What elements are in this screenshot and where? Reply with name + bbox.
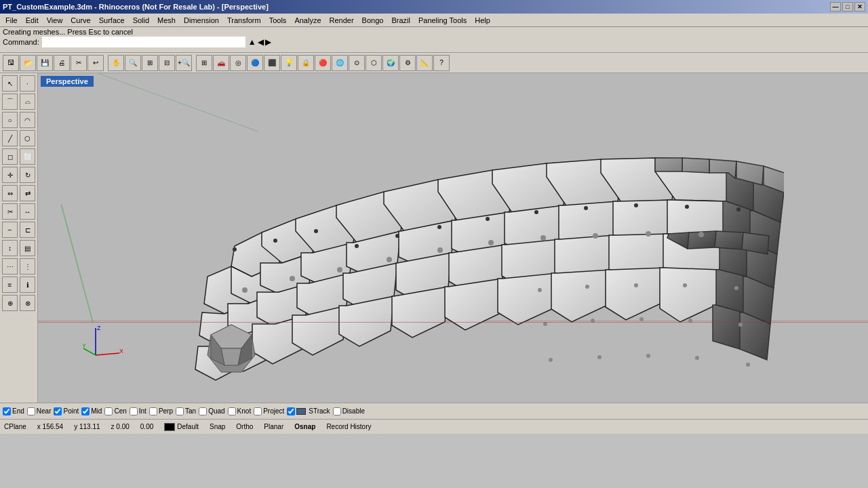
tb-box[interactable]: ⬛ [264,55,280,71]
snap-near-checkbox[interactable] [27,407,35,415]
snap-perp[interactable]: Perp [149,407,173,415]
sb-line[interactable]: ╱ [2,130,18,146]
sb-box[interactable]: ⬜ [20,148,35,165]
snap-project-checkbox[interactable] [254,407,262,415]
sb-curve[interactable]: ⌒ [2,94,18,110]
tb-globe[interactable]: 🌍 [382,55,399,71]
menu-mesh[interactable]: Mesh [153,16,180,25]
tb-new[interactable]: 🖫 [3,55,19,71]
sb-snap2[interactable]: ⊗ [20,295,35,311]
menu-render[interactable]: Render [326,16,358,25]
tb-snapto[interactable]: 📐 [416,55,433,71]
sb-mirror[interactable]: ⇄ [20,185,35,201]
sb-dim[interactable]: ↕ [2,240,18,256]
close-button[interactable]: ✕ [854,2,865,12]
sb-trim[interactable]: ✂ [2,203,18,220]
menu-tools[interactable]: Tools [265,16,291,25]
tb-zoomwin[interactable]: ⊟ [159,55,175,71]
tb-zoomin[interactable]: +🔍 [176,55,192,71]
tb-grid[interactable]: ⊞ [196,55,212,71]
command-input[interactable] [42,37,245,47]
maximize-button[interactable]: □ [842,2,853,12]
snap-near[interactable]: Near [27,407,52,415]
tb-car[interactable]: 🚗 [213,55,229,71]
menu-surface[interactable]: Surface [95,16,129,25]
tb-cut[interactable]: ✂ [71,55,87,71]
sb-curve2[interactable]: ⌓ [20,94,35,110]
menu-view[interactable]: View [43,16,67,25]
menu-paneling-tools[interactable]: Paneling Tools [414,16,471,25]
tb-open[interactable]: 📂 [20,55,36,71]
sb-arc[interactable]: ◠ [20,112,35,128]
tb-save[interactable]: 💾 [37,55,53,71]
snap-point[interactable]: Point [54,407,79,415]
menu-file[interactable]: File [1,16,22,25]
sb-offset[interactable]: ⊏ [20,222,35,238]
snap-perp-checkbox[interactable] [149,407,157,415]
viewport[interactable]: Perspective [38,73,868,403]
ortho-status[interactable]: Ortho [236,423,253,430]
sb-snap[interactable]: ⊕ [2,295,18,311]
tb-plane[interactable]: ⊙ [349,55,365,71]
menu-brazil[interactable]: Brazil [387,16,414,25]
snap-cen-checkbox[interactable] [104,407,113,415]
sb-poly[interactable]: ⬡ [20,130,35,146]
tb-zoomext[interactable]: ⊞ [142,55,158,71]
snap-project[interactable]: Project [254,407,284,415]
tb-help[interactable]: ? [433,55,450,71]
snap-mid[interactable]: Mid [81,407,102,415]
menu-help[interactable]: Help [471,16,494,25]
tb-settings[interactable]: ⚙ [399,55,416,71]
snap-knot-checkbox[interactable] [228,407,236,415]
cmd-back-arrow[interactable]: ◀ [258,37,264,47]
snap-end[interactable]: End [3,407,24,415]
snap-quad[interactable]: Quad [199,407,224,415]
sb-hatch[interactable]: ▤ [20,240,35,256]
snap-cen[interactable]: Cen [104,407,126,415]
snap-disable[interactable]: Disable [333,407,365,415]
snap-strack-checkbox[interactable] [287,407,295,415]
sb-props[interactable]: ℹ [20,277,35,293]
snap-mid-checkbox[interactable] [81,407,90,415]
sb-surface[interactable]: ◻ [2,148,18,165]
sb-rotate[interactable]: ↻ [20,167,35,183]
snap-point-checkbox[interactable] [54,407,62,415]
snap-knot[interactable]: Knot [228,407,252,415]
tb-zoom[interactable]: 🔍 [125,55,141,71]
menu-bongo[interactable]: Bongo [358,16,388,25]
snap-strack[interactable]: STrack [287,407,330,415]
sb-array[interactable]: ⋮ [20,258,35,274]
snap-status[interactable]: Snap [210,423,225,430]
sb-fillet[interactable]: ⌢ [2,222,18,238]
snap-quad-checkbox[interactable] [199,407,207,415]
tb-circle[interactable]: ◎ [230,55,246,71]
sb-extend[interactable]: ↔ [20,203,35,220]
sb-group[interactable]: ⋯ [2,258,18,274]
tb-pan[interactable]: ✋ [108,55,124,71]
sb-move[interactable]: ✛ [2,167,18,183]
menu-edit[interactable]: Edit [22,16,43,25]
menu-analyze[interactable]: Analyze [290,16,325,25]
tb-light[interactable]: 💡 [281,55,297,71]
cmd-fwd-arrow[interactable]: ▶ [265,37,271,47]
tb-sphere[interactable]: 🔵 [247,55,263,71]
menu-transform[interactable]: Transform [223,16,265,25]
menu-dimension[interactable]: Dimension [180,16,223,25]
snap-int[interactable]: Int [130,407,146,415]
tb-material[interactable]: 🔴 [315,55,331,71]
tb-undo[interactable]: ↩ [87,55,104,71]
snap-disable-checkbox[interactable] [333,407,341,415]
navcube[interactable] [201,321,262,382]
snap-end-checkbox[interactable] [3,407,11,415]
tb-render-modes[interactable]: ⬡ [366,55,382,71]
minimize-button[interactable]: — [830,2,841,12]
menu-curve[interactable]: Curve [66,16,94,25]
snap-int-checkbox[interactable] [130,407,138,415]
osnap-status[interactable]: Osnap [294,423,315,430]
snap-tan-checkbox[interactable] [176,407,184,415]
snap-tan[interactable]: Tan [176,407,196,415]
sb-point[interactable]: · [20,75,35,92]
sb-layers[interactable]: ≡ [2,277,18,293]
sb-scale[interactable]: ⇔ [2,185,18,201]
tb-env[interactable]: 🌐 [332,55,348,71]
